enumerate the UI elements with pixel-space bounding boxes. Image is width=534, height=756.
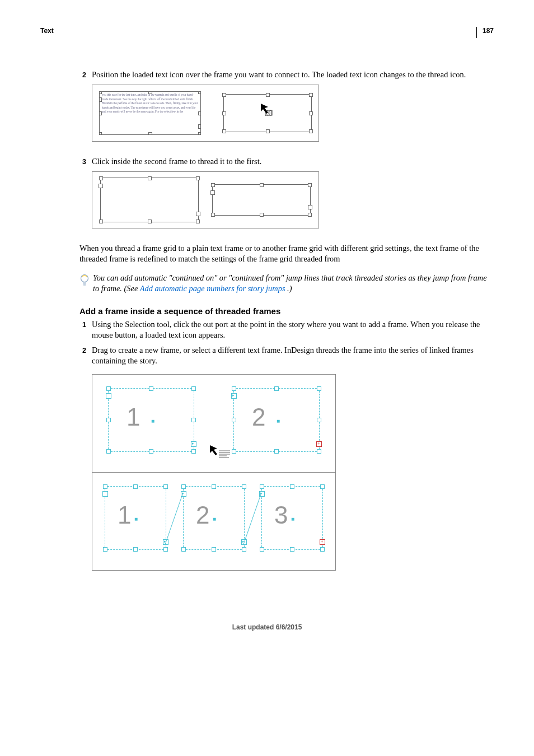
step-text: Using the Selection tool, click the out … xyxy=(92,319,494,340)
frame-2: 2 ■ xyxy=(183,486,245,550)
in-port xyxy=(231,393,237,399)
lightbulb-icon xyxy=(79,274,90,295)
filler-text: you this case for the last time, and tak… xyxy=(102,93,198,113)
sequence-after: 1 ■ 2 ■ 3 xyxy=(92,473,335,570)
step-number: 2 xyxy=(79,345,86,366)
step-number: 1 xyxy=(79,319,86,340)
section-label: Text xyxy=(40,27,54,35)
step-text: Position the loaded text icon over the f… xyxy=(92,69,494,80)
in-port xyxy=(106,393,111,399)
threaded-frame-left xyxy=(100,178,199,222)
out-port xyxy=(191,441,196,447)
out-port-overset: + xyxy=(316,441,322,447)
svg-line-10 xyxy=(243,493,261,544)
frame-2: 2 + ■ xyxy=(233,388,320,452)
sequence-before: 1 ■ 2 + ■ xyxy=(92,375,335,473)
figure-thread-icon: you this case for the last time, and tak… xyxy=(92,85,319,142)
seq-step-1: 1 Using the Selection tool, click the ou… xyxy=(79,319,494,340)
thread-icon xyxy=(260,102,275,120)
loaded-text-cursor-icon xyxy=(209,444,231,463)
svg-marker-3 xyxy=(210,445,217,455)
step-text: Click inside the second frame to thread … xyxy=(92,156,494,167)
figure-threaded-result xyxy=(92,171,319,228)
figure-insert-frame-sequence: 1 ■ 2 + ■ xyxy=(92,374,336,571)
target-text-frame xyxy=(223,94,312,132)
threading-note: When you thread a frame grid to a plain … xyxy=(79,243,494,265)
frame-1: 1 ■ xyxy=(108,388,194,452)
threaded-frame-right xyxy=(212,184,311,216)
section-heading: Add a frame inside a sequence of threade… xyxy=(79,306,494,316)
page-number: 187 xyxy=(476,27,494,38)
frame-1: 1 ■ xyxy=(105,486,166,550)
step-3: 3 Click inside the second frame to threa… xyxy=(79,156,494,167)
frame-3: 3 + ■ xyxy=(261,486,323,550)
frame-label-1: 1 xyxy=(127,403,140,431)
jump-lines-link[interactable]: Add automatic page numbers for story jum… xyxy=(140,284,285,293)
step-number: 3 xyxy=(79,156,86,167)
step-number: 2 xyxy=(79,69,86,80)
last-updated: Last updated 6/6/2015 xyxy=(40,623,494,631)
svg-marker-0 xyxy=(261,104,268,114)
tip: You can add automatic "continued on" or … xyxy=(79,273,494,295)
frame-label-2: 2 xyxy=(252,403,265,431)
seq-step-2: 2 Drag to create a new frame, or select … xyxy=(79,345,494,366)
svg-line-9 xyxy=(165,493,183,544)
tip-text: You can add automatic "continued on" or … xyxy=(93,273,494,295)
source-text-frame: you this case for the last time, and tak… xyxy=(99,91,201,135)
step-2: 2 Position the loaded text icon over the… xyxy=(79,69,494,80)
step-text: Drag to create a new frame, or select a … xyxy=(92,345,494,366)
